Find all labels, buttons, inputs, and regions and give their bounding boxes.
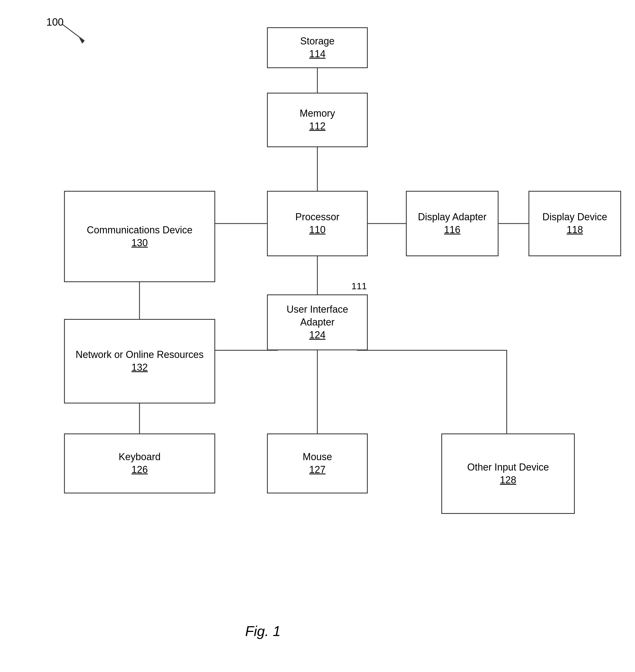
- processor-num: 110: [309, 224, 326, 236]
- display-device-label: Display Device: [542, 211, 607, 224]
- diagram-arrow: [46, 16, 101, 49]
- keyboard-label: Keyboard: [118, 450, 160, 463]
- display-adapter-node: Display Adapter 116: [406, 191, 499, 256]
- display-adapter-num: 116: [444, 224, 460, 236]
- storage-node: Storage 114: [267, 27, 368, 68]
- network-label: Network or Online Resources: [75, 349, 203, 361]
- storage-label: Storage: [300, 35, 334, 48]
- other-input-label: Other Input Device: [467, 461, 549, 474]
- memory-label: Memory: [300, 107, 335, 120]
- processor-node: Processor 110: [267, 191, 368, 256]
- keyboard-num: 126: [131, 463, 148, 476]
- other-input-node: Other Input Device 128: [441, 434, 575, 514]
- memory-num: 112: [309, 120, 326, 133]
- mouse-node: Mouse 127: [267, 434, 368, 493]
- ui-adapter-node: User Interface Adapter 124: [267, 294, 368, 350]
- communications-label: Communications Device: [87, 224, 192, 237]
- mouse-label: Mouse: [303, 450, 332, 463]
- processor-label: Processor: [295, 211, 340, 224]
- memory-node: Memory 112: [267, 93, 368, 147]
- connection-label: 111: [351, 281, 367, 291]
- communications-node: Communications Device 130: [64, 191, 215, 282]
- communications-num: 130: [131, 237, 148, 249]
- storage-num: 114: [309, 48, 326, 61]
- network-num: 132: [131, 361, 148, 374]
- keyboard-node: Keyboard 126: [64, 434, 215, 493]
- diagram: 100 Storage 114 Memory 112 Processor 110…: [0, 0, 635, 672]
- network-node: Network or Online Resources 132: [64, 319, 215, 403]
- ui-adapter-num: 124: [309, 329, 326, 341]
- figure-label: Fig. 1: [245, 623, 281, 639]
- display-adapter-label: Display Adapter: [418, 211, 486, 224]
- svg-line-8: [63, 24, 84, 41]
- ui-adapter-label: User Interface Adapter: [272, 303, 363, 329]
- display-device-num: 118: [567, 224, 583, 236]
- display-device-node: Display Device 118: [528, 191, 621, 256]
- other-input-num: 128: [500, 474, 516, 487]
- mouse-num: 127: [309, 463, 326, 476]
